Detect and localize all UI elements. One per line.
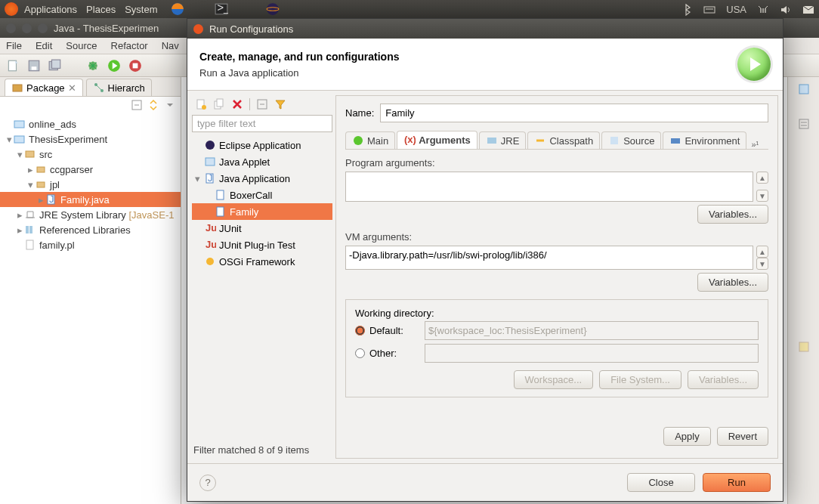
apply-button[interactable]: Apply (663, 427, 711, 446)
new-config-icon[interactable] (195, 98, 207, 110)
tab-hierarchy[interactable]: Hierarch (86, 79, 152, 96)
svg-rect-23 (14, 121, 24, 128)
classpath-tab-icon (534, 135, 546, 147)
cfg-osgi[interactable]: OSGi Framework (192, 253, 332, 270)
jre-tab-icon (486, 135, 498, 147)
keyboard-layout[interactable]: USA (726, 4, 746, 15)
tab-main[interactable]: Main (345, 131, 395, 149)
firefox-icon[interactable] (171, 2, 184, 16)
env-tab-icon (669, 135, 681, 147)
eclipse-icon[interactable] (266, 2, 280, 16)
debug-icon[interactable] (86, 59, 100, 73)
menu-system[interactable]: System (125, 4, 157, 15)
workspace-button[interactable]: Workspace... (514, 370, 594, 389)
help-icon[interactable]: ? (199, 475, 216, 491)
svg-text:Ju: Ju (206, 222, 216, 233)
close-button[interactable]: Close (627, 473, 695, 492)
window-max-btn[interactable] (38, 23, 48, 33)
collapse-all-icon[interactable] (131, 99, 143, 111)
cfg-java-app[interactable]: ▾JJava Application (192, 170, 332, 187)
tab-environment[interactable]: Environment (663, 131, 746, 149)
menu-source[interactable]: Source (66, 40, 97, 51)
tree-pkg-ccgparser[interactable]: ▸ccgparser (0, 162, 181, 177)
window-close-btn[interactable] (6, 23, 16, 33)
menu-file[interactable]: File (6, 40, 22, 51)
tree-ref-libs[interactable]: ▸Referenced Libraries (0, 222, 181, 237)
mail-icon[interactable] (802, 4, 814, 14)
terminal-icon[interactable]: >_ (215, 2, 228, 16)
fast-view-icon[interactable] (798, 341, 810, 353)
program-args-input[interactable] (345, 172, 753, 202)
bluetooth-icon[interactable] (681, 4, 693, 14)
run-icon[interactable] (107, 59, 121, 73)
svg-rect-27 (37, 182, 45, 187)
scroll-down-icon[interactable]: ▼ (756, 190, 768, 202)
cfg-family[interactable]: Family (192, 203, 332, 220)
cfg-java-applet[interactable]: Java Applet (192, 153, 332, 170)
default-radio[interactable]: Default: (355, 325, 416, 336)
tree-file-family-pl[interactable]: family.pl (0, 237, 181, 252)
link-editor-icon[interactable] (147, 99, 159, 111)
name-input[interactable] (380, 104, 768, 122)
run-button[interactable]: Run (703, 473, 771, 492)
tree-file-family-java[interactable]: ▸JFamily.java (0, 192, 181, 207)
tab-jre[interactable]: JRE (479, 131, 527, 149)
menu-edit[interactable]: Edit (36, 40, 52, 51)
filter-input[interactable]: type filter text (192, 115, 332, 132)
program-args-variables-button[interactable]: Variables... (697, 205, 768, 224)
duplicate-config-icon[interactable] (213, 98, 225, 110)
scroll-down-icon[interactable]: ▼ (756, 258, 768, 270)
cfg-junit-plugin[interactable]: JuJUnit Plug-in Test (192, 237, 332, 253)
filesystem-button[interactable]: File System... (599, 370, 681, 389)
tree-project-thesis[interactable]: ▾ThesisExperiment (0, 131, 181, 147)
scroll-up-icon[interactable]: ▲ (756, 172, 768, 184)
scroll-up-icon[interactable]: ▲ (756, 246, 768, 258)
vm-args-input[interactable]: -Djava.library.path=/usr/lib/swi-prolog/… (345, 246, 753, 270)
save-all-icon[interactable] (48, 59, 62, 73)
revert-button[interactable]: Revert (717, 427, 768, 446)
perspective-java-icon[interactable] (798, 83, 810, 95)
collapse-config-icon[interactable] (256, 98, 268, 110)
new-icon[interactable] (6, 59, 20, 73)
cfg-junit[interactable]: JuJUnit (192, 220, 332, 237)
vm-args-variables-button[interactable]: Variables... (697, 273, 768, 292)
tab-source[interactable]: Source (601, 131, 661, 149)
outline-view-icon[interactable] (798, 118, 810, 130)
menu-applications[interactable]: Applications (24, 4, 77, 15)
tabs-overflow-icon[interactable]: »¹ (751, 140, 759, 149)
tab-package-explorer[interactable]: Package ✕ (5, 79, 83, 96)
svg-rect-34 (799, 119, 808, 128)
save-icon[interactable] (27, 59, 41, 73)
other-workdir-field[interactable] (425, 344, 759, 363)
tab-arguments[interactable]: (x)=Arguments (397, 131, 477, 149)
system-tray: USA (681, 4, 814, 15)
network-icon[interactable] (757, 4, 769, 14)
tree-pkg-jpl[interactable]: ▾jpl (0, 177, 181, 192)
delete-config-icon[interactable] (231, 98, 243, 110)
filter-status: Filter matched 8 of 9 items (192, 441, 332, 459)
tree-jre[interactable]: ▸JRE System Library [JavaSE-1 (0, 207, 181, 222)
tree-project-online-ads[interactable]: online_ads (0, 116, 181, 131)
menu-places[interactable]: Places (86, 4, 116, 15)
svg-rect-32 (26, 240, 33, 249)
menu-navigate[interactable]: Nav (162, 40, 179, 51)
window-min-btn[interactable] (22, 23, 32, 33)
tree-src[interactable]: ▾src (0, 147, 181, 162)
keyboard-icon[interactable] (703, 4, 715, 14)
dialog-close-icon[interactable] (193, 24, 203, 34)
workdir-variables-button[interactable]: Variables... (688, 370, 759, 389)
menu-refactor[interactable]: Refactor (111, 40, 148, 51)
svg-rect-8 (8, 60, 16, 71)
view-menu-icon[interactable] (164, 99, 176, 111)
volume-icon[interactable] (780, 4, 792, 14)
dialog-subheading: Run a Java application (199, 67, 737, 79)
cfg-eclipse-app[interactable]: Eclipse Application (192, 137, 332, 153)
filter-config-icon[interactable] (274, 98, 286, 110)
svg-point-39 (202, 105, 206, 110)
tab-classpath[interactable]: Classpath (527, 131, 600, 149)
other-radio[interactable]: Other: (355, 348, 416, 359)
ext-tools-icon[interactable] (128, 59, 142, 73)
ubuntu-logo-icon[interactable] (5, 2, 18, 16)
cfg-boxercall[interactable]: BoxerCall (192, 187, 332, 203)
dialog-titlebar: Run Configurations (187, 19, 783, 39)
